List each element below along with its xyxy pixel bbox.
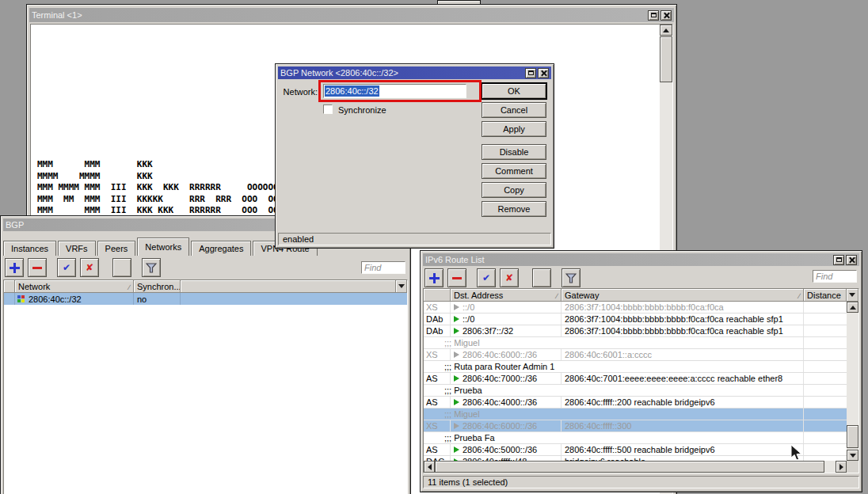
comment-button[interactable] [532, 268, 551, 287]
flags-column-header[interactable] [424, 289, 451, 302]
route-comment-row[interactable]: ;;; Ruta para Router Admin 1 [424, 361, 858, 373]
ipv6-titlebar[interactable]: IPv6 Route List [423, 253, 859, 266]
column-dropdown-button[interactable] [847, 289, 858, 302]
column-dropdown-button[interactable] [396, 280, 407, 293]
distance-column-header[interactable]: Distance [804, 289, 847, 302]
terminal-line: MMM MMMM MMM III KKK KKK RRRRRR OOOOOO [37, 182, 284, 194]
maximize-icon [651, 13, 657, 17]
find-input[interactable] [361, 261, 405, 274]
remove-button[interactable] [28, 258, 47, 277]
synchronize-checkbox[interactable] [323, 104, 333, 114]
synchronize-cell: no [134, 293, 181, 305]
route-comment-row[interactable]: ;;; Prueba [424, 385, 858, 397]
route-comment-row[interactable]: ;;; Prueba Fa [424, 432, 858, 444]
comment-cell: ;;; Prueba Fa [424, 432, 804, 443]
chevron-down-icon [849, 293, 855, 297]
apply-button[interactable]: Apply [482, 121, 546, 137]
scroll-left-button[interactable] [424, 461, 435, 473]
tab-networks[interactable]: Networks [137, 238, 189, 256]
tab-peers[interactable]: Peers [97, 241, 136, 256]
terminal-line: MMM MM MMM III KKKKK RRR RRR OOO OOO [37, 194, 284, 206]
disable-button[interactable]: ✘ [80, 258, 99, 277]
ok-button[interactable]: OK [482, 83, 546, 99]
scroll-up-button[interactable] [660, 25, 672, 36]
route-table-hscrollbar[interactable] [424, 461, 847, 473]
tab-vrfs[interactable]: VRFs [58, 241, 96, 256]
close-icon [540, 70, 547, 77]
arrow-up-icon [663, 28, 669, 32]
bgp-table-body: 2806:40c::/32no [4, 293, 407, 494]
filler-cell [181, 293, 407, 305]
dst-address-value: 2806:3f7::/32 [463, 326, 513, 336]
tab-aggregates[interactable]: Aggregates [191, 241, 251, 256]
add-button[interactable] [424, 268, 444, 287]
maximize-icon [528, 70, 534, 75]
route-row[interactable]: AS2806:40c:4000::/362806:40c:ffff::200 r… [424, 397, 858, 408]
route-comment-row[interactable]: ;;; Miguel [424, 337, 858, 349]
arrow-right-icon [839, 464, 843, 470]
maximize-button[interactable] [648, 10, 659, 21]
scroll-right-button[interactable] [836, 461, 847, 473]
route-row[interactable]: DAb::/02806:3f7:1004:bbbb:bbbb:bbbb:f0ca… [424, 314, 858, 325]
route-table-vscrollbar[interactable] [847, 302, 858, 461]
dialog-titlebar[interactable]: BGP Network <2806:40c::/32> [278, 66, 551, 79]
filter-button[interactable] [562, 268, 581, 287]
route-arrow-icon [454, 316, 459, 322]
bgp-network-row[interactable]: 2806:40c::/32no [4, 293, 407, 305]
dst-address-value: ::/0 [463, 314, 474, 325]
terminal-titlebar[interactable]: Terminal <1> [29, 8, 674, 22]
close-button[interactable] [661, 10, 672, 21]
flags-column-header[interactable] [4, 280, 15, 293]
enable-button[interactable]: ✔ [477, 268, 496, 287]
maximize-button[interactable] [525, 68, 536, 78]
dst-address-cell: ::/0 [451, 314, 562, 325]
gateway-cell: 2806:40c:ffff::200 reachable bridgeipv6 [562, 397, 804, 408]
disable-button[interactable]: ✘ [500, 268, 519, 287]
comment-cell: ;;; Miguel [424, 337, 804, 348]
comment-button[interactable]: Comment [482, 163, 546, 179]
route-row[interactable]: AS2806:40c:7000::/362806:40c:7001:eeee:e… [424, 373, 858, 385]
flags-cell: AS [424, 373, 451, 384]
cancel-button[interactable]: Cancel [482, 102, 546, 118]
dst-address-cell: 2806:40c:5000::/36 [451, 444, 562, 455]
route-row[interactable]: DAb2806:3f7::/322806:3f7:1004:bbbb:bbbb:… [424, 325, 858, 337]
add-button[interactable] [5, 258, 24, 277]
scroll-down-button[interactable] [847, 450, 858, 461]
route-row[interactable]: XS2806:40c:6000::/362806:40c:ffff::300 [424, 420, 858, 432]
network-column-header[interactable]: Network [15, 280, 134, 293]
close-icon [663, 12, 670, 19]
route-table-body: XS::/02806:3f7:1004:bbbb:bbbb:bbbb:f0ca:… [424, 302, 858, 461]
terminal-line: MMM MMM KKK [37, 159, 284, 171]
synchronize-column-header[interactable]: Synchron... [134, 280, 181, 293]
route-row[interactable]: XS2806:40c:6000::/362806:40c:6001::a:ccc… [424, 349, 858, 361]
copy-button[interactable]: Copy [482, 182, 546, 198]
find-input[interactable] [813, 270, 857, 283]
close-button[interactable] [846, 255, 857, 265]
add-icon [10, 263, 20, 273]
gateway-column-header[interactable]: Gateway [562, 289, 804, 302]
enable-button[interactable]: ✔ [57, 258, 76, 277]
scrollbar-thumb[interactable] [660, 36, 672, 82]
enable-icon: ✔ [482, 273, 490, 283]
route-arrow-icon [454, 399, 459, 405]
scroll-up-button[interactable] [847, 302, 858, 313]
terminal-title: Terminal <1> [32, 10, 648, 20]
scrollbar-thumb[interactable] [847, 425, 858, 448]
tab-instances[interactable]: Instances [3, 241, 56, 256]
close-button[interactable] [538, 68, 549, 78]
remove-button[interactable]: Remove [482, 201, 546, 217]
mouse-cursor [790, 444, 803, 462]
scrollbar-thumb[interactable] [435, 461, 824, 473]
remove-button[interactable] [447, 268, 466, 287]
maximize-button[interactable] [833, 255, 844, 265]
maximize-icon [836, 257, 842, 262]
comment-button[interactable] [112, 258, 131, 277]
filter-button[interactable] [142, 258, 161, 277]
disable-button[interactable]: Disable [482, 144, 546, 160]
bgp-table: Network Synchron... 2806:40c::/32no [3, 279, 408, 494]
route-row[interactable]: XS::/02806:3f7:1004:bbbb:bbbb:bbbb:f0ca:… [424, 302, 858, 314]
sort-indicator-icon [798, 291, 800, 300]
route-comment-row[interactable]: ;;; Miguel [424, 408, 858, 420]
dst-address-value: 2806:40c:7000::/36 [463, 374, 537, 384]
dst-address-column-header[interactable]: Dst. Address [451, 289, 562, 302]
